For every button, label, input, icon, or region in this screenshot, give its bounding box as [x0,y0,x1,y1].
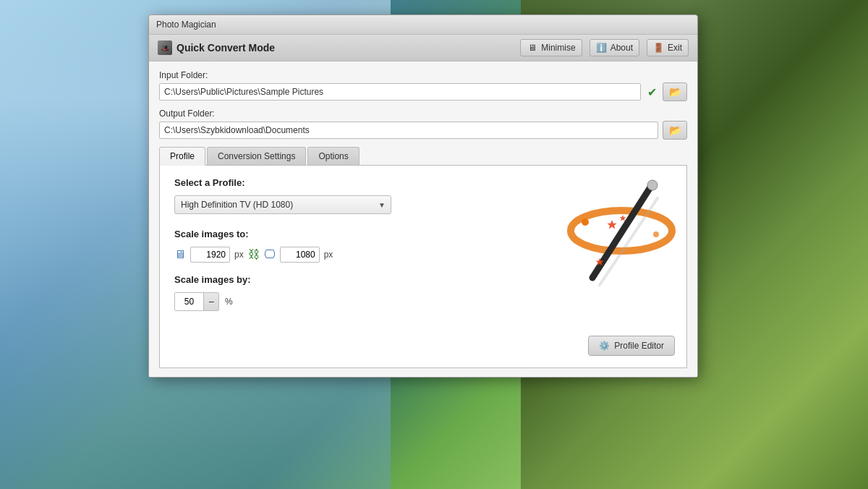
profile-select-wrapper: High Definition TV (HD 1080) Standard De… [174,195,391,214]
exit-button[interactable]: 🚪 Exit [647,39,689,56]
exit-icon: 🚪 [653,42,665,54]
svg-marker-4 [620,215,626,221]
input-folder-label: Input Folder: [159,70,687,80]
tabs-header: Profile Conversion Settings Options [159,147,687,166]
minimise-button[interactable]: 🖥 Minimise [520,39,582,56]
width-input[interactable] [190,247,230,263]
output-folder-label: Output Folder: [159,109,687,119]
check-icon: ✔ [645,85,658,98]
title-bar: Photo Magician [149,15,697,35]
percent-label: % [225,297,233,307]
main-content: Input Folder: ✔ 📂 Output Folder: 📂 [149,61,697,377]
profile-select[interactable]: High Definition TV (HD 1080) Standard De… [174,195,391,214]
profile-section: Select a Profile: High Definition TV (HD… [174,177,672,311]
svg-point-7 [653,231,659,237]
scale-by-value[interactable] [175,293,204,310]
minimise-icon: 🖥 [527,42,538,54]
folder-open-icon-2: 📂 [669,124,681,136]
mode-icon: 🎩 [158,41,172,55]
app-title: Photo Magician [156,20,216,30]
svg-point-6 [582,218,589,226]
about-icon: ℹ️ [596,42,608,54]
tab-conversion-settings[interactable]: Conversion Settings [207,147,306,165]
input-folder-browse-button[interactable]: 📂 [663,82,687,101]
tabs-container: Profile Conversion Settings Options Sele… [159,147,687,368]
app-window: Photo Magician 🎩 Quick Convert Mode 🖥 Mi… [148,14,698,378]
stepper-minus-button[interactable]: − [204,293,218,310]
gear-icon: ⚙️ [599,341,610,351]
input-folder-field[interactable] [159,83,641,101]
scale-by-stepper: − [174,292,219,311]
svg-point-2 [647,180,658,190]
tab-options[interactable]: Options [307,147,359,165]
height-input[interactable] [280,247,320,263]
output-folder-field[interactable] [159,122,658,139]
wand-svg [549,166,686,296]
link-chain-icon: ⛓ [248,248,260,261]
toolbar-buttons: 🖥 Minimise ℹ️ About 🚪 Exit [520,39,689,56]
height-unit: px [324,250,333,260]
input-folder-row: Input Folder: ✔ 📂 [159,70,687,101]
tab-content-profile: Select a Profile: High Definition TV (HD… [159,166,687,368]
svg-marker-3 [607,220,616,229]
monitor-icon: 🖥 [174,248,186,261]
toolbar-title: 🎩 Quick Convert Mode [158,41,506,55]
output-folder-row: Output Folder: 📂 [159,109,687,140]
height-monitor-icon: 🖵 [264,248,276,261]
width-unit: px [234,250,244,260]
output-folder-browse-button[interactable]: 📂 [663,121,687,140]
about-button[interactable]: ℹ️ About [590,39,639,56]
magic-wand-illustration [549,166,686,296]
toolbar: 🎩 Quick Convert Mode 🖥 Minimise ℹ️ About… [149,35,697,61]
tab-profile[interactable]: Profile [159,147,205,166]
folder-open-icon: 📂 [669,86,681,98]
profile-editor-button[interactable]: ⚙️ Profile Editor [588,336,675,356]
